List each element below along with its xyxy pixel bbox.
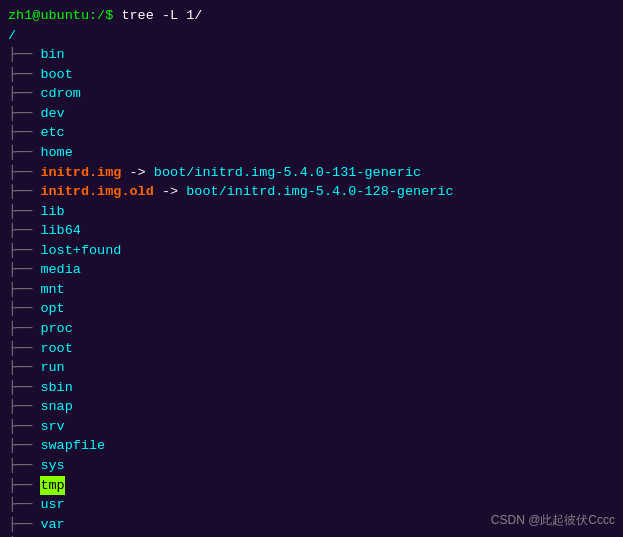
branch-chars: ├── <box>8 339 40 359</box>
branch-chars: ├── <box>8 280 40 300</box>
branch-chars: ├── <box>8 495 40 515</box>
branch-chars: ├── <box>8 515 40 535</box>
tree-line: ├── initrd.img -> boot/initrd.img-5.4.0-… <box>8 163 615 183</box>
root-dir: / <box>8 26 16 46</box>
dir-name: mnt <box>40 280 64 300</box>
symlink-arrow: -> <box>121 163 153 183</box>
tree-line: ├── dev <box>8 104 615 124</box>
branch-chars: ├── <box>8 84 40 104</box>
symlink-name: initrd.img.old <box>40 182 153 202</box>
tree-line: / <box>8 26 615 46</box>
dir-name: lost+found <box>40 241 121 261</box>
branch-chars: ├── <box>8 436 40 456</box>
dir-name: tmp <box>40 476 64 496</box>
tree-line: ├── mnt <box>8 280 615 300</box>
branch-chars: ├── <box>8 123 40 143</box>
dir-name: run <box>40 358 64 378</box>
tree-line: ├── srv <box>8 417 615 437</box>
branch-chars: ├── <box>8 260 40 280</box>
dir-name: root <box>40 339 72 359</box>
branch-chars: ├── <box>8 104 40 124</box>
tree-line: ├── lost+found <box>8 241 615 261</box>
command: tree -L 1/ <box>121 6 202 26</box>
dir-name: opt <box>40 299 64 319</box>
tree-line: ├── initrd.img.old -> boot/initrd.img-5.… <box>8 182 615 202</box>
tree-line: ├── opt <box>8 299 615 319</box>
dir-name: srv <box>40 417 64 437</box>
dir-name: cdrom <box>40 84 81 104</box>
branch-chars: ├── <box>8 456 40 476</box>
symlink-name: initrd.img <box>40 163 121 183</box>
dir-name: sys <box>40 456 64 476</box>
branch-chars: ├── <box>8 378 40 398</box>
dir-name: boot <box>40 65 72 85</box>
dir-name: swapfile <box>40 436 105 456</box>
branch-chars: ├── <box>8 241 40 261</box>
tree-line: ├── root <box>8 339 615 359</box>
branch-chars: ├── <box>8 358 40 378</box>
dir-name: var <box>40 515 64 535</box>
tree-line: ├── tmp <box>8 476 615 496</box>
symlink-target: boot/initrd.img-5.4.0-131-generic <box>154 163 421 183</box>
branch-chars: ├── <box>8 221 40 241</box>
dir-name: etc <box>40 123 64 143</box>
tree-line: ├── lib <box>8 202 615 222</box>
dir-name: lib <box>40 202 64 222</box>
dir-name: dev <box>40 104 64 124</box>
watermark: CSDN @此起彼伏Cccc <box>491 512 615 529</box>
branch-chars: ├── <box>8 143 40 163</box>
dir-name: proc <box>40 319 72 339</box>
tree-line: ├── media <box>8 260 615 280</box>
dir-name: snap <box>40 397 72 417</box>
branch-chars: ├── <box>8 397 40 417</box>
tree-line: ├── bin <box>8 45 615 65</box>
dir-name: bin <box>40 45 64 65</box>
terminal: zh1@ubuntu:/$ tree -L 1/ /├── bin├── boo… <box>0 0 623 537</box>
branch-chars: ├── <box>8 319 40 339</box>
branch-chars: ├── <box>8 163 40 183</box>
branch-chars: ├── <box>8 45 40 65</box>
branch-chars: ├── <box>8 299 40 319</box>
symlink-target: boot/initrd.img-5.4.0-128-generic <box>186 182 453 202</box>
dir-name: usr <box>40 495 64 515</box>
tree-line: ├── proc <box>8 319 615 339</box>
tree-line: ├── swapfile <box>8 436 615 456</box>
prompt: zh1@ubuntu:/$ <box>8 6 121 26</box>
branch-chars: ├── <box>8 476 40 496</box>
branch-chars: ├── <box>8 65 40 85</box>
tree-line: ├── home <box>8 143 615 163</box>
tree-line: ├── etc <box>8 123 615 143</box>
dir-name: media <box>40 260 81 280</box>
tree-line: ├── sbin <box>8 378 615 398</box>
symlink-arrow: -> <box>154 182 186 202</box>
tree-line: ├── boot <box>8 65 615 85</box>
dir-name: sbin <box>40 378 72 398</box>
branch-chars: ├── <box>8 202 40 222</box>
command-line: zh1@ubuntu:/$ tree -L 1/ <box>8 6 615 26</box>
tree-line: ├── cdrom <box>8 84 615 104</box>
branch-chars: ├── <box>8 182 40 202</box>
branch-chars: ├── <box>8 417 40 437</box>
dir-name: lib64 <box>40 221 81 241</box>
tree-line: ├── run <box>8 358 615 378</box>
tree-line: ├── snap <box>8 397 615 417</box>
dir-name: home <box>40 143 72 163</box>
tree-line: ├── sys <box>8 456 615 476</box>
tree-line: ├── lib64 <box>8 221 615 241</box>
